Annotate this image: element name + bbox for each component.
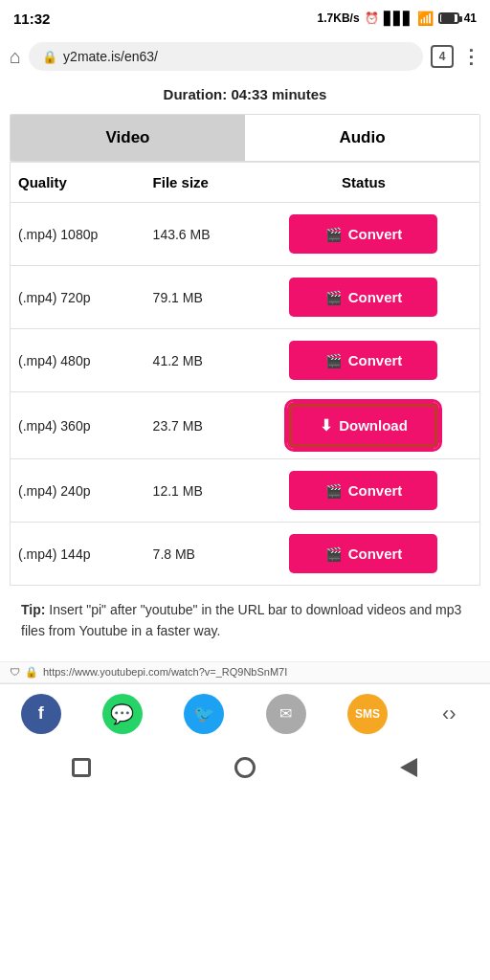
shield-icon: 🛡: [10, 666, 20, 678]
email-icon: ✉: [279, 704, 292, 723]
twitter-share-button[interactable]: 🐦: [184, 694, 224, 734]
facebook-share-button[interactable]: f: [21, 694, 61, 734]
film-icon: 🎬: [325, 290, 342, 305]
wifi-icon: 📶: [417, 11, 434, 26]
android-navbar: [0, 744, 490, 793]
recents-icon: [72, 758, 91, 777]
quality-cell: (.mp4) 240p: [11, 459, 145, 523]
url-text: y2mate.is/en63/: [63, 49, 158, 64]
film-icon: 🎬: [325, 546, 342, 562]
convert-button[interactable]: 🎬Convert: [289, 214, 437, 254]
quality-cell: (.mp4) 1080p: [11, 203, 145, 266]
col-header-status: Status: [248, 163, 480, 203]
status-bar: 11:32 1.7KB/s ⏰ ▋▋▋ 📶 41: [0, 0, 490, 36]
whatsapp-share-button[interactable]: 💬: [102, 694, 143, 734]
sms-icon: SMS: [355, 707, 380, 721]
url-hint-text: https://www.youtubepi.com/watch?v=_RQ9Nb…: [43, 666, 287, 678]
speed-indicator: 1.7KB/s: [318, 11, 360, 25]
table-row: (.mp4) 1080p143.6 MB🎬Convert: [11, 203, 480, 266]
table-row: (.mp4) 144p7.8 MB🎬Convert: [11, 523, 480, 586]
tip-label: Tip:: [21, 602, 45, 617]
filesize-cell: 7.8 MB: [145, 523, 248, 586]
battery-percent: 41: [464, 11, 477, 25]
film-icon: 🎬: [325, 227, 342, 242]
table-row: (.mp4) 240p12.1 MB🎬Convert: [11, 459, 480, 523]
share-button[interactable]: ‹›: [429, 694, 469, 734]
status-cell: 🎬Convert: [248, 523, 480, 586]
home-android-button[interactable]: [229, 751, 261, 784]
quality-cell: (.mp4) 144p: [11, 523, 145, 586]
film-icon: 🎬: [325, 353, 342, 368]
address-bar[interactable]: 🔒 y2mate.is/en63/: [29, 42, 423, 71]
table-row: (.mp4) 720p79.1 MB🎬Convert: [11, 266, 480, 329]
tab-count-badge[interactable]: 4: [431, 45, 454, 68]
share-icon: ‹›: [442, 702, 457, 726]
lock-icon: 🔒: [42, 50, 57, 64]
status-cell: 🎬Convert: [248, 329, 480, 392]
home-circle-icon: [234, 757, 256, 778]
filesize-cell: 12.1 MB: [145, 459, 248, 523]
status-icons: 1.7KB/s ⏰ ▋▋▋ 📶 41: [318, 11, 477, 26]
back-android-button[interactable]: [392, 751, 425, 784]
filesize-cell: 23.7 MB: [145, 392, 248, 459]
col-header-filesize: File size: [145, 163, 248, 203]
home-button[interactable]: ⌂: [10, 46, 21, 68]
film-icon: 🎬: [325, 483, 342, 499]
url-hint-bar: 🛡 🔒 https://www.youtubepi.com/watch?v=_R…: [0, 661, 490, 683]
battery-icon: [438, 12, 459, 24]
email-share-button[interactable]: ✉: [266, 694, 306, 734]
back-triangle-icon: [400, 758, 417, 777]
filesize-cell: 41.2 MB: [145, 329, 248, 392]
tip-text: Insert "pi" after "youtube" in the URL b…: [21, 602, 461, 638]
more-options-button[interactable]: ⋮: [461, 45, 480, 68]
duration-label: Duration: 04:33 minutes: [10, 77, 480, 114]
quality-cell: (.mp4) 720p: [11, 266, 145, 329]
convert-table: Quality File size Status (.mp4) 1080p143…: [10, 162, 480, 586]
table-row: (.mp4) 360p23.7 MB⬇Download: [11, 392, 480, 459]
filesize-cell: 143.6 MB: [145, 203, 248, 266]
tab-video[interactable]: Video: [11, 115, 245, 161]
convert-button[interactable]: 🎬Convert: [289, 278, 437, 317]
sms-share-button[interactable]: SMS: [347, 694, 388, 734]
table-row: (.mp4) 480p41.2 MB🎬Convert: [11, 329, 480, 392]
bottom-share-nav: f 💬 🐦 ✉ SMS ‹›: [0, 683, 490, 744]
convert-button[interactable]: 🎬Convert: [289, 341, 437, 380]
status-time: 11:32: [13, 11, 50, 27]
alarm-icon: ⏰: [365, 11, 379, 25]
recents-button[interactable]: [65, 751, 98, 784]
col-header-quality: Quality: [11, 163, 145, 203]
quality-cell: (.mp4) 480p: [11, 329, 145, 392]
page-content: Duration: 04:33 minutes Video Audio Qual…: [0, 77, 490, 661]
tab-switcher: Video Audio: [10, 114, 480, 162]
status-cell: 🎬Convert: [248, 203, 480, 266]
twitter-icon: 🐦: [193, 703, 214, 724]
download-icon: ⬇: [320, 416, 332, 434]
convert-button[interactable]: 🎬Convert: [289, 471, 437, 510]
tip-box: Tip: Insert "pi" after "youtube" in the …: [10, 586, 480, 652]
address-bar-row: ⌂ 🔒 y2mate.is/en63/ 4 ⋮: [0, 36, 490, 77]
status-cell: 🎬Convert: [248, 266, 480, 329]
filesize-cell: 79.1 MB: [145, 266, 248, 329]
status-cell: ⬇Download: [248, 392, 480, 459]
quality-cell: (.mp4) 360p: [11, 392, 145, 459]
lock-small-icon: 🔒: [25, 666, 38, 679]
convert-button[interactable]: 🎬Convert: [289, 534, 437, 573]
facebook-icon: f: [38, 703, 44, 724]
download-button[interactable]: ⬇Download: [289, 404, 437, 447]
status-cell: 🎬Convert: [248, 459, 480, 523]
signal-icon: ▋▋▋: [384, 11, 412, 26]
tab-audio[interactable]: Audio: [245, 115, 479, 161]
whatsapp-icon: 💬: [110, 702, 134, 725]
